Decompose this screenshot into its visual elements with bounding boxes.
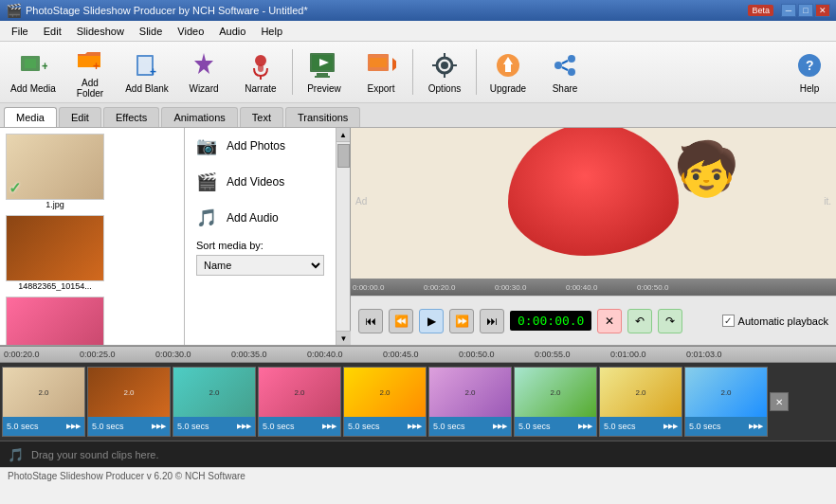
clip-duration: 5.0 secs: [518, 422, 551, 431]
tab-animations[interactable]: Animations: [161, 107, 237, 127]
add-photos-button[interactable]: 📷 Add Photos: [185, 128, 336, 164]
auto-playback-checkbox[interactable]: [722, 315, 735, 327]
menu-edit[interactable]: Edit: [36, 23, 69, 40]
narrate-button[interactable]: Narrate: [233, 45, 288, 99]
media-item[interactable]: IMG_20130621_01...: [4, 295, 106, 345]
svg-line-31: [562, 61, 568, 63]
ruler-mark: 0:00:55.0: [535, 350, 610, 359]
add-videos-button[interactable]: 🎬 Add Videos: [185, 164, 336, 200]
media-item-label: 1.jpg: [6, 200, 104, 209]
add-videos-label: Add Videos: [227, 175, 284, 189]
rewind-button[interactable]: ⏪: [389, 309, 413, 333]
add-blank-label: Add Blank: [125, 83, 169, 94]
main-content: ✓ 1.jpg 14882365_10154... IMG_20130621_0…: [0, 128, 836, 346]
upgrade-button[interactable]: Upgrade: [481, 45, 536, 99]
clip-thumbnail: 2.0: [515, 368, 596, 417]
svg-point-29: [568, 55, 575, 63]
menu-audio[interactable]: Audio: [211, 23, 253, 40]
svg-text:+: +: [150, 65, 156, 79]
minimize-button[interactable]: ─: [781, 4, 796, 17]
sort-label: Sort media by:: [185, 236, 336, 255]
menu-slide[interactable]: Slide: [132, 23, 170, 40]
add-media-button[interactable]: + Add Media: [6, 45, 61, 99]
redo-button[interactable]: ↷: [658, 309, 682, 333]
clip-info-bar: 5.0 secs ▶▶▶: [344, 417, 426, 436]
preview-icon: [309, 50, 339, 81]
timeline-clip[interactable]: 2.0 5.0 secs ▶▶▶: [173, 367, 256, 437]
tab-edit[interactable]: Edit: [59, 107, 101, 127]
skip-start-button[interactable]: ⏮: [358, 309, 383, 333]
share-label: Share: [553, 83, 578, 94]
tab-effects[interactable]: Effects: [103, 107, 159, 127]
menu-video[interactable]: Video: [170, 23, 211, 40]
timeline-ruler: 0:00:20.0 0:00:25.0 0:00:30.0 0:00:35.0 …: [0, 346, 836, 363]
menu-slideshow[interactable]: Slideshow: [69, 23, 132, 40]
share-button[interactable]: Share: [537, 45, 592, 99]
timeline-clip[interactable]: 2.0 5.0 secs ▶▶▶: [87, 367, 171, 437]
svg-rect-15: [315, 76, 330, 78]
svg-text:?: ?: [806, 58, 814, 73]
panel-scroll-down-btn[interactable]: ▼: [336, 331, 351, 345]
add-audio-button[interactable]: 🎵 Add Audio: [185, 200, 336, 236]
close-button[interactable]: ✕: [815, 4, 830, 17]
add-panel-scrollbar: ▼: [336, 142, 350, 345]
tab-media[interactable]: Media: [4, 107, 57, 127]
export-button[interactable]: Export: [354, 45, 409, 99]
beta-badge: Beta: [748, 5, 773, 16]
preview-canvas: 🧒 Ad it.: [351, 128, 836, 279]
add-media-label: Add Media: [10, 83, 56, 94]
stop-button[interactable]: ✕: [597, 309, 622, 333]
timeline-clip[interactable]: 2.0 5.0 secs ▶▶▶: [684, 367, 768, 437]
clip-marker: ▶▶▶: [493, 423, 507, 430]
add-blank-button[interactable]: + Add Blank: [119, 45, 174, 99]
delete-clip-button[interactable]: ✕: [770, 392, 789, 411]
skip-end-button[interactable]: ⏭: [480, 309, 504, 333]
help-button[interactable]: ? Help: [789, 45, 830, 99]
microphone-icon: 🎵: [8, 447, 24, 462]
tab-transitions[interactable]: Transitions: [285, 107, 360, 127]
add-blank-icon: +: [132, 50, 162, 81]
scrollbar-thumb[interactable]: [337, 144, 350, 168]
timeline-clip[interactable]: 2.0 5.0 secs ▶▶▶: [2, 367, 85, 437]
media-item[interactable]: 14882365_10154...: [4, 213, 106, 293]
preview-text-ad: Ad: [355, 196, 367, 207]
help-label: Help: [800, 83, 820, 94]
timeline-clip[interactable]: 2.0 5.0 secs ▶▶▶: [514, 367, 597, 437]
maximize-button[interactable]: □: [798, 4, 813, 17]
bean-bag: [508, 128, 679, 256]
clip-thumbnail: 2.0: [429, 368, 511, 417]
timeline-clip[interactable]: 2.0 5.0 secs ▶▶▶: [343, 367, 427, 437]
status-bar: PhotoStage Slideshow Producer v 6.20 © N…: [0, 467, 836, 484]
clip-marker: ▶▶▶: [66, 423, 81, 430]
options-button[interactable]: Options: [417, 45, 472, 99]
undo-button[interactable]: ↶: [627, 309, 652, 333]
options-icon: [429, 50, 460, 81]
menu-file[interactable]: File: [4, 23, 36, 40]
clip-duration: 5.0 secs: [604, 422, 636, 431]
media-item[interactable]: ✓ 1.jpg: [4, 132, 106, 211]
menu-help[interactable]: Help: [253, 23, 290, 40]
add-photos-icon: 📷: [196, 135, 217, 156]
title-bar-controls: ─ □ ✕: [781, 4, 830, 17]
title-bar: 🎬 PhotoStage Slideshow Producer by NCH S…: [0, 0, 836, 21]
timeline-clip[interactable]: 2.0 5.0 secs ▶▶▶: [258, 367, 341, 437]
svg-marker-7: [194, 53, 213, 74]
sort-select[interactable]: Name Date Size Type: [196, 255, 324, 276]
toolbar-separator-3: [476, 49, 477, 95]
tab-text[interactable]: Text: [240, 107, 283, 127]
panel-scroll-up-btn[interactable]: ▲: [336, 128, 350, 142]
play-button[interactable]: ▶: [419, 309, 444, 333]
wizard-button[interactable]: Wizard: [176, 45, 231, 99]
preview-timeline-ruler: 0:00:00.0 0:00:20.0 0:00:30.0 0:00:40.0 …: [351, 279, 836, 296]
add-folder-label: Add Folder: [67, 78, 113, 99]
timeline-clip[interactable]: 2.0 5.0 secs ▶▶▶: [428, 367, 512, 437]
status-text: PhotoStage Slideshow Producer v 6.20 © N…: [8, 471, 245, 481]
preview-button[interactable]: Preview: [297, 45, 352, 99]
svg-point-20: [441, 62, 448, 69]
menu-bar: File Edit Slideshow Slide Video Audio He…: [0, 21, 836, 42]
timeline-clip[interactable]: 2.0 5.0 secs ▶▶▶: [599, 367, 682, 437]
toolbar-separator-2: [412, 49, 413, 95]
fast-forward-button[interactable]: ⏩: [449, 309, 474, 333]
add-folder-button[interactable]: + Add Folder: [63, 45, 118, 99]
preview-background: 🧒 Ad it.: [351, 128, 836, 279]
